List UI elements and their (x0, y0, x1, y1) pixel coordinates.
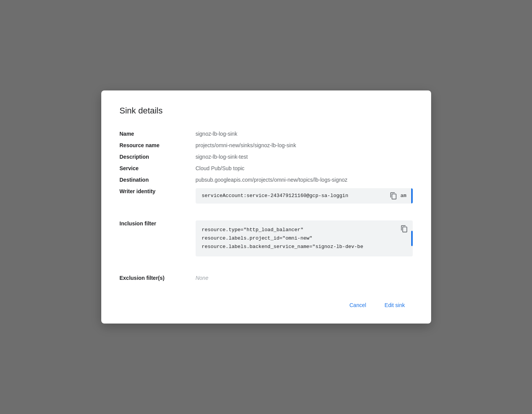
name-value: signoz-lb-log-sink (196, 128, 413, 140)
writer-identity-value: serviceAccount:service-243479121160@gcp-… (202, 193, 387, 199)
service-label: Service (120, 163, 196, 174)
writer-identity-suffix: am (400, 193, 407, 199)
edit-sink-button[interactable]: Edit sink (377, 299, 413, 311)
table-row-description: Description signoz-lb-log-sink-test (120, 151, 413, 163)
inclusion-filter-line3: resource.labels.backend_service_name="si… (202, 243, 394, 251)
writer-identity-code-box: serviceAccount:service-243479121160@gcp-… (196, 188, 413, 204)
dialog-overlay: Sink details Name signoz-lb-log-sink Res… (0, 0, 532, 414)
destination-label: Destination (120, 174, 196, 186)
table-row-resource-name: Resource name projects/omni-new/sinks/si… (120, 140, 413, 151)
writer-identity-container: serviceAccount:service-243479121160@gcp-… (196, 186, 413, 206)
description-value: signoz-lb-log-sink-test (196, 151, 413, 163)
exclusion-filters-none: None (196, 275, 208, 281)
exclusion-filters-value: None (196, 272, 413, 284)
sink-details-dialog: Sink details Name signoz-lb-log-sink Res… (101, 90, 431, 324)
service-value: Cloud Pub/Sub topic (196, 163, 413, 174)
resource-name-label: Resource name (120, 140, 196, 151)
dialog-title: Sink details (120, 106, 413, 116)
inclusion-filter-container: resource.type="http_load_balancer" resou… (196, 218, 413, 259)
copy-inclusion-filter-icon[interactable] (400, 225, 408, 233)
copy-writer-identity-icon[interactable] (390, 192, 397, 200)
description-label: Description (120, 151, 196, 163)
table-row-exclusion-filters: Exclusion filter(s) None (120, 272, 413, 284)
table-row-destination: Destination pubsub.googleapis.com/projec… (120, 174, 413, 186)
name-label: Name (120, 128, 196, 140)
copy-inclusion-filter-wrapper[interactable] (400, 225, 408, 236)
table-row-exclusion-gap (120, 259, 413, 272)
destination-value: pubsub.googleapis.com/projects/omni-new/… (196, 174, 413, 186)
details-table: Name signoz-lb-log-sink Resource name pr… (120, 128, 413, 284)
resource-name-value: projects/omni-new/sinks/signoz-lb-log-si… (196, 140, 413, 151)
inclusion-filter-code-box: resource.type="http_load_balancer" resou… (196, 220, 413, 256)
scrollbar-writer (411, 188, 413, 204)
table-row-inclusion-filter: Inclusion filter resource.type="http_loa… (120, 218, 413, 259)
writer-identity-label: Writer identity (120, 186, 196, 206)
table-row-writer-identity: Writer identity serviceAccount:service-2… (120, 186, 413, 206)
scrollbar-inclusion (411, 231, 413, 246)
inclusion-filter-label: Inclusion filter (120, 218, 196, 259)
inclusion-filter-line1: resource.type="http_load_balancer" (202, 226, 394, 234)
exclusion-filters-label: Exclusion filter(s) (120, 272, 196, 284)
inclusion-filter-line2: resource.labels.project_id="omni-new" (202, 234, 394, 243)
table-row-name: Name signoz-lb-log-sink (120, 128, 413, 140)
table-row-service: Service Cloud Pub/Sub topic (120, 163, 413, 174)
cancel-button[interactable]: Cancel (342, 299, 374, 311)
table-row-gap (120, 206, 413, 218)
dialog-actions: Cancel Edit sink (120, 299, 413, 311)
